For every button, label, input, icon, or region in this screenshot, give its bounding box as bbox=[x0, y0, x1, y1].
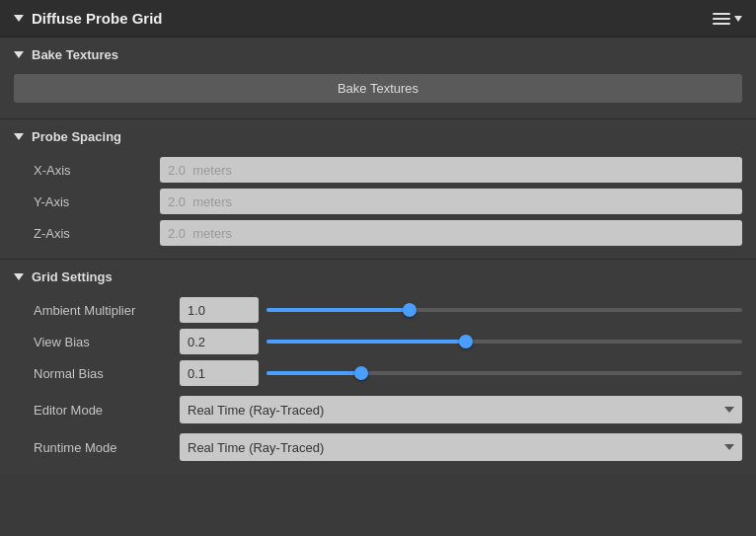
menu-chevron-icon bbox=[734, 16, 742, 22]
ambient-multiplier-slider-thumb[interactable] bbox=[403, 303, 416, 317]
grid-settings-section-header[interactable]: Grid Settings bbox=[0, 260, 756, 290]
bake-textures-collapse-arrow[interactable] bbox=[14, 51, 24, 58]
z-axis-row: Z-Axis bbox=[14, 217, 742, 249]
probe-spacing-collapse-arrow[interactable] bbox=[14, 133, 24, 140]
panel-header: Diffuse Probe Grid bbox=[0, 0, 756, 38]
menu-icon[interactable] bbox=[713, 13, 730, 25]
normal-bias-slider-thumb[interactable] bbox=[354, 366, 368, 380]
ambient-multiplier-slider-container bbox=[266, 308, 742, 312]
runtime-mode-row: Runtime Mode Real Time (Ray-Traced) Bake… bbox=[14, 430, 742, 464]
normal-bias-slider-container bbox=[266, 371, 742, 375]
bake-textures-section-content: Bake Textures bbox=[0, 68, 756, 118]
ambient-multiplier-slider-track[interactable] bbox=[266, 308, 742, 312]
panel-collapse-arrow[interactable] bbox=[14, 15, 24, 22]
normal-bias-input[interactable] bbox=[180, 360, 259, 386]
runtime-mode-select[interactable]: Real Time (Ray-Traced) Baked Hybrid bbox=[180, 433, 742, 461]
x-axis-input[interactable] bbox=[160, 157, 742, 183]
editor-mode-select[interactable]: Real Time (Ray-Traced) Baked Hybrid bbox=[180, 396, 742, 423]
panel-menu-button[interactable] bbox=[713, 13, 742, 25]
runtime-mode-select-wrapper: Real Time (Ray-Traced) Baked Hybrid bbox=[180, 433, 742, 461]
probe-spacing-section-title: Probe Spacing bbox=[32, 129, 121, 144]
z-axis-label: Z-Axis bbox=[14, 226, 152, 241]
view-bias-slider-thumb[interactable] bbox=[459, 335, 473, 348]
bake-textures-button[interactable]: Bake Textures bbox=[14, 74, 742, 103]
normal-bias-row: Normal Bias bbox=[14, 357, 742, 389]
view-bias-row: View Bias bbox=[14, 326, 742, 357]
editor-mode-select-wrapper: Real Time (Ray-Traced) Baked Hybrid bbox=[180, 396, 742, 423]
view-bias-slider-fill bbox=[266, 340, 466, 344]
runtime-mode-label: Runtime Mode bbox=[14, 440, 172, 455]
probe-spacing-section-content: X-Axis Y-Axis Z-Axis bbox=[0, 150, 756, 259]
x-axis-row: X-Axis bbox=[14, 154, 742, 186]
y-axis-row: Y-Axis bbox=[14, 186, 742, 217]
ambient-multiplier-label: Ambient Multiplier bbox=[14, 303, 172, 318]
grid-settings-section-title: Grid Settings bbox=[32, 269, 113, 284]
view-bias-input[interactable] bbox=[180, 329, 259, 354]
diffuse-probe-grid-panel: Diffuse Probe Grid Bake Textures Bake Te… bbox=[0, 0, 756, 474]
probe-spacing-section-header[interactable]: Probe Spacing bbox=[0, 119, 756, 150]
bake-textures-section-title: Bake Textures bbox=[32, 47, 118, 62]
normal-bias-label: Normal Bias bbox=[14, 366, 172, 381]
editor-mode-label: Editor Mode bbox=[14, 403, 172, 418]
ambient-multiplier-slider-fill bbox=[266, 308, 410, 312]
ambient-multiplier-row: Ambient Multiplier bbox=[14, 294, 742, 326]
z-axis-input[interactable] bbox=[160, 220, 742, 246]
ambient-multiplier-input[interactable] bbox=[180, 297, 259, 323]
x-axis-label: X-Axis bbox=[14, 163, 152, 178]
grid-settings-section-content: Ambient Multiplier View Bias bbox=[0, 290, 756, 474]
probe-spacing-section: Probe Spacing X-Axis Y-Axis Z-Axis bbox=[0, 119, 756, 259]
bake-textures-section: Bake Textures Bake Textures bbox=[0, 38, 756, 118]
normal-bias-slider-track[interactable] bbox=[266, 371, 742, 375]
editor-mode-row: Editor Mode Real Time (Ray-Traced) Baked… bbox=[14, 393, 742, 426]
grid-settings-collapse-arrow[interactable] bbox=[14, 273, 24, 280]
view-bias-slider-track[interactable] bbox=[266, 340, 742, 344]
view-bias-label: View Bias bbox=[14, 335, 172, 349]
panel-header-left: Diffuse Probe Grid bbox=[14, 10, 163, 27]
bake-textures-section-header[interactable]: Bake Textures bbox=[0, 38, 756, 68]
view-bias-slider-container bbox=[266, 340, 742, 344]
y-axis-input[interactable] bbox=[160, 189, 742, 214]
normal-bias-slider-fill bbox=[266, 371, 361, 375]
grid-settings-section: Grid Settings Ambient Multiplier View Bi… bbox=[0, 260, 756, 474]
y-axis-label: Y-Axis bbox=[14, 194, 152, 209]
panel-title: Diffuse Probe Grid bbox=[32, 10, 163, 27]
